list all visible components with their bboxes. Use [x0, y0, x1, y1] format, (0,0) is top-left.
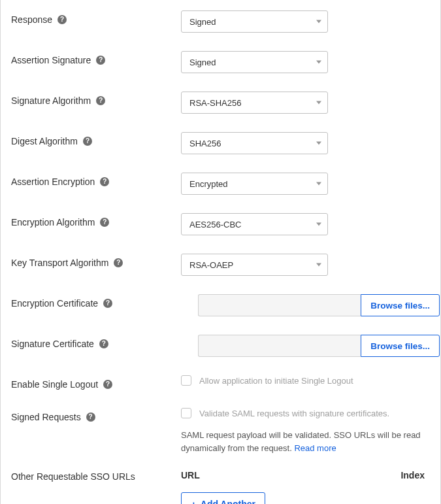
row-other-sso-urls: Other Requestable SSO URLs URL Index + A… — [1, 470, 440, 504]
label-enable-single-logout: Enable Single Logout ? — [11, 375, 181, 390]
checkbox-signed-requests[interactable] — [181, 408, 191, 418]
label-assertion-encryption: Assertion Encryption ? — [11, 173, 181, 187]
label-encryption-algorithm: Encryption Algorithm ? — [11, 213, 181, 227]
select-value: RSA-OAEP — [189, 260, 233, 270]
label-encryption-certificate: Encryption Certificate ? — [11, 294, 181, 309]
label-signature-algorithm: Signature Algorithm ? — [11, 92, 181, 106]
select-value: Encrypted — [189, 179, 228, 189]
label-text: Signature Algorithm — [11, 95, 91, 106]
encryption-certificate-display — [198, 294, 361, 316]
row-encryption-algorithm: Encryption Algorithm ? AES256-CBC — [1, 213, 440, 235]
select-response[interactable]: Signed — [181, 10, 328, 33]
row-response: Response ? Signed — [1, 10, 440, 33]
help-icon[interactable]: ? — [96, 96, 105, 105]
select-assertion-encryption[interactable]: Encrypted — [181, 173, 328, 195]
label-assertion-signature: Assertion Signature ? — [11, 51, 181, 65]
row-signature-algorithm: Signature Algorithm ? RSA-SHA256 — [1, 92, 440, 114]
add-button-label: Add Another — [201, 499, 255, 504]
label-text: Encryption Algorithm — [11, 217, 95, 227]
label-text: Response — [11, 14, 52, 25]
label-text: Enable Single Logout — [11, 379, 98, 390]
label-signature-certificate: Signature Certificate ? — [11, 335, 181, 349]
browse-encryption-certificate-button[interactable]: Browse files... — [361, 294, 440, 316]
select-value: RSA-SHA256 — [189, 98, 241, 108]
label-response: Response ? — [11, 10, 181, 25]
row-digest-algorithm: Digest Algorithm ? SHA256 — [1, 132, 440, 154]
help-icon[interactable]: ? — [100, 177, 109, 186]
select-value: Signed — [189, 58, 216, 67]
row-enable-single-logout: Enable Single Logout ? Allow application… — [1, 375, 440, 390]
help-icon[interactable]: ? — [86, 412, 95, 422]
help-icon[interactable]: ? — [103, 299, 112, 308]
select-signature-algorithm[interactable]: RSA-SHA256 — [181, 92, 328, 114]
label-text: Other Requestable SSO URLs — [11, 471, 135, 482]
select-encryption-algorithm[interactable]: AES256-CBC — [181, 213, 328, 235]
select-key-transport-algorithm[interactable]: RSA-OAEP — [181, 254, 328, 276]
help-icon[interactable]: ? — [100, 218, 109, 227]
help-icon[interactable]: ? — [96, 56, 105, 65]
row-assertion-signature: Assertion Signature ? Signed — [1, 51, 440, 73]
label-signed-requests: Signed Requests ? — [11, 408, 181, 422]
row-assertion-encryption: Assertion Encryption ? Encrypted — [1, 173, 440, 195]
column-header-index: Index — [400, 470, 430, 480]
settings-panel: Response ? Signed Assertion Signature ? … — [0, 0, 441, 504]
row-signed-requests: Signed Requests ? Validate SAML requests… — [1, 408, 440, 454]
help-icon[interactable]: ? — [57, 15, 67, 24]
select-value: SHA256 — [189, 139, 221, 148]
label-text: Assertion Signature — [11, 55, 91, 65]
column-header-url: URL — [181, 470, 400, 480]
select-assertion-signature[interactable]: Signed — [181, 51, 328, 73]
add-another-button[interactable]: + Add Another — [181, 492, 265, 504]
checkbox-label: Validate SAML requests with signature ce… — [199, 409, 389, 418]
label-digest-algorithm: Digest Algorithm ? — [11, 132, 181, 146]
checkbox-enable-single-logout[interactable] — [181, 375, 191, 386]
label-other-sso-urls: Other Requestable SSO URLs — [11, 470, 181, 482]
row-encryption-certificate: Encryption Certificate ? Browse files... — [1, 294, 440, 316]
sso-urls-table-header: URL Index — [181, 470, 430, 480]
help-icon[interactable]: ? — [103, 380, 112, 389]
label-text: Digest Algorithm — [11, 136, 78, 146]
row-key-transport-algorithm: Key Transport Algorithm ? RSA-OAEP — [1, 254, 440, 276]
help-icon[interactable]: ? — [83, 137, 92, 146]
plus-icon: + — [191, 499, 197, 505]
help-icon[interactable]: ? — [114, 258, 123, 267]
select-value: AES256-CBC — [189, 220, 241, 229]
label-text: Encryption Certificate — [11, 298, 98, 309]
signature-certificate-display — [198, 335, 361, 357]
read-more-link[interactable]: Read more — [294, 443, 336, 453]
browse-signature-certificate-button[interactable]: Browse files... — [361, 335, 440, 357]
select-digest-algorithm[interactable]: SHA256 — [181, 132, 328, 154]
help-icon[interactable]: ? — [99, 339, 108, 348]
label-text: Signature Certificate — [11, 339, 94, 349]
label-key-transport-algorithm: Key Transport Algorithm ? — [11, 254, 181, 268]
checkbox-label: Allow application to initiate Single Log… — [199, 376, 353, 386]
select-value: Signed — [189, 17, 216, 27]
row-signature-certificate: Signature Certificate ? Browse files... — [1, 335, 440, 357]
label-text: Assertion Encryption — [11, 176, 95, 187]
label-text: Key Transport Algorithm — [11, 258, 108, 268]
signed-requests-description: SAML request payload will be validated. … — [181, 429, 430, 454]
label-text: Signed Requests — [11, 412, 81, 422]
